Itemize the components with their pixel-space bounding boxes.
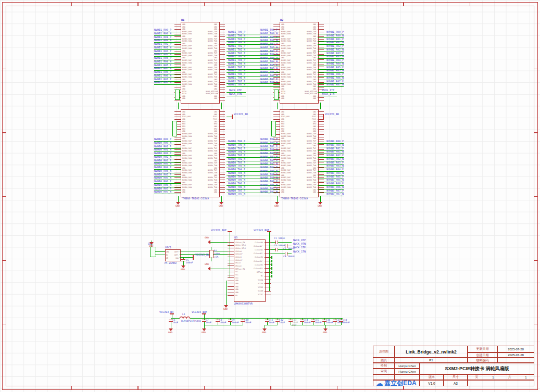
net-label[interactable]: NVHB0_R06_P (154, 180, 171, 183)
net-label[interactable]: NVHB0_T03_P (228, 161, 245, 164)
net-label[interactable]: NVHB0_T01_N (255, 148, 278, 151)
net-label[interactable]: NVHB1_T00_P (255, 29, 278, 31)
net-label[interactable]: NVHB1_T07_P (228, 80, 245, 83)
net-label[interactable]: NVHB0_R07_P (326, 189, 344, 192)
net-label[interactable]: NVHB1_R01_P (326, 38, 344, 41)
port-symbol[interactable] (172, 121, 177, 136)
net-label[interactable]: NVHB1_R06_P (326, 73, 344, 75)
net-label[interactable]: NVHB1_R06_P (154, 71, 171, 73)
net-label[interactable]: NVHB0_T00_P (255, 138, 278, 141)
capacitor[interactable] (275, 241, 276, 244)
net-label[interactable]: NVHB1_R00_N (326, 34, 344, 37)
net-label[interactable]: NVHB1_R03_P (326, 52, 344, 55)
net-label[interactable]: NVHB1_R07_N (154, 81, 171, 84)
net-label[interactable]: NVHB1_R05_N (154, 67, 171, 70)
net-label[interactable]: NVHB0_T04_P (255, 166, 278, 169)
net-label[interactable]: NVHB1_R07_P (154, 78, 171, 81)
net-label[interactable]: NVHB0_R05_N (326, 179, 344, 181)
net-label[interactable]: NVHB1_R02_P (326, 45, 344, 47)
net-label[interactable]: NVHB0_R04_N (326, 172, 344, 174)
net-label[interactable]: NVCK_1TN (293, 250, 306, 253)
net-label[interactable]: NVHB1_T03_P (228, 52, 245, 55)
net-label[interactable]: NVHB0_T06_P (228, 182, 245, 185)
net-label[interactable]: NVHB1_T05_N (255, 67, 278, 70)
net-label[interactable]: NVHB1_T06_P (255, 71, 278, 73)
net-label[interactable]: NVHB0_T07_P (228, 189, 245, 192)
net-label[interactable]: NVHB0_T01_P (228, 147, 245, 150)
net-label[interactable]: NVHB1_R00_P (154, 29, 171, 31)
schematic-sheet[interactable]: U1GNDGNDGNDNVHB1_R0PNVHB1_R0NGNDNVHB1_R0… (0, 0, 540, 392)
net-label[interactable]: NVHB1_T04_P (228, 59, 245, 61)
net-label[interactable]: NVHB0_T01_N (228, 150, 245, 153)
net-label[interactable]: NVHB0_T02_P (228, 154, 245, 157)
net-label[interactable]: NVHB1_T04_N (228, 62, 245, 65)
resistor-symbol[interactable] (209, 250, 214, 258)
net-label[interactable]: NVHB0_R01_P (154, 145, 171, 148)
schematic-name-cell[interactable]: Link_Bridge_v2_nvlink2 (395, 346, 468, 358)
net-label[interactable]: NVHB0_R03_P (326, 161, 344, 164)
net-label[interactable]: NVHB0_T03_N (255, 162, 278, 165)
net-label[interactable]: NVHB1_R07_P (326, 80, 344, 83)
net-label[interactable]: NVHB1_R03_N (154, 53, 171, 56)
net-label[interactable]: NVHB0_R06_N (326, 186, 344, 188)
net-label[interactable]: NVHB1_R07_N (326, 83, 344, 86)
net-label[interactable]: NVCK_1TN (322, 93, 334, 95)
net-label[interactable]: NVHB1_T06_N (228, 77, 245, 79)
net-label[interactable]: NVHB1_R04_N (326, 62, 344, 65)
net-label-power[interactable]: VCC3V3_BUF (211, 229, 227, 232)
net-label[interactable]: NVHB1_R05_P (154, 64, 171, 67)
power-flag[interactable] (232, 115, 233, 119)
net-label[interactable]: NVHB0_T07_N (255, 191, 278, 193)
net-label[interactable]: NVHB1_T02_P (255, 43, 278, 45)
net-label[interactable]: NVHB0_T04_N (228, 172, 245, 174)
net-label[interactable]: NVHB1_R04_P (326, 59, 344, 61)
net-label[interactable]: NVHB0_T06_N (255, 184, 278, 186)
capacitor[interactable] (181, 259, 185, 260)
net-label[interactable]: NVHB0_T05_P (228, 175, 245, 178)
net-label[interactable]: NVHB0_R04_N (154, 170, 171, 172)
net-label[interactable]: NVHB1_R03_N (326, 55, 344, 58)
net-label[interactable]: NVHB1_R01_P (154, 36, 171, 39)
net-label[interactable]: NVHB1_T02_N (228, 48, 245, 51)
gnd-symbol[interactable] (208, 267, 210, 271)
net-label[interactable]: NVHB0_T02_N (255, 156, 278, 158)
net-label[interactable]: NVHB1_T07_N (255, 81, 278, 84)
net-label[interactable]: NVHB1_T05_N (228, 69, 245, 72)
net-label[interactable]: NVCK_0TP (229, 89, 242, 92)
net-label[interactable]: NVHB0_R04_P (326, 168, 344, 171)
capacitor[interactable] (275, 248, 276, 251)
net-label[interactable]: NVHB1_T01_N (228, 41, 245, 44)
net-label[interactable]: NVHB0_T00_N (228, 144, 245, 146)
port-symbol[interactable] (274, 90, 279, 100)
net-label[interactable]: NVHB0_T02_N (228, 158, 245, 160)
net-label[interactable]: NVHB1_R04_N (154, 60, 171, 63)
net-label[interactable]: NVHB1_T00_P (228, 31, 245, 33)
net-label[interactable]: NVHB1_R02_N (326, 48, 344, 51)
net-label[interactable]: NVHB1_T05_P (228, 66, 245, 69)
net-label[interactable]: NVHB1_R04_P (154, 57, 171, 59)
net-label[interactable]: NVHB0_R02_P (154, 152, 171, 155)
net-label[interactable]: NVHB0_R02_N (326, 158, 344, 160)
net-label[interactable]: NVHB0_R00_N (154, 142, 171, 144)
net-label[interactable]: NVHB0_R00_P (154, 138, 171, 141)
header-symbol[interactable] (150, 247, 156, 257)
net-label[interactable]: NVHB0_T04_N (255, 170, 278, 172)
net-label[interactable]: NVHB1_T00_N (255, 32, 278, 35)
net-label[interactable]: NVHB0_R05_P (154, 173, 171, 176)
net-label[interactable]: NVHB0_R06_P (326, 182, 344, 185)
net-label[interactable]: NVHB0_R06_N (154, 184, 171, 186)
net-label-power[interactable]: VCC3V3_BUF (192, 311, 207, 313)
net-label[interactable]: NVHB0_T05_P (255, 173, 278, 176)
net-label[interactable]: NVHB1_T04_P (255, 57, 278, 59)
net-label[interactable]: NVHB0_R05_N (154, 176, 171, 179)
net-label[interactable]: NVCK_0TN (293, 243, 306, 245)
net-label[interactable]: NVHB0_R01_N (154, 148, 171, 151)
net-label[interactable]: NVHB1_R00_N (154, 32, 171, 35)
net-label[interactable]: NVHB0_R00_N (326, 144, 344, 146)
net-label[interactable]: NVHB1_R06_N (154, 74, 171, 77)
net-label[interactable]: NVHB0_R01_P (326, 147, 344, 150)
net-label[interactable]: NVHB1_T05_P (255, 64, 278, 67)
net-label[interactable]: NVHB1_T06_P (228, 73, 245, 75)
net-label[interactable]: NVCK_0TN (229, 93, 242, 95)
net-label[interactable]: NVCK_0TP (293, 239, 306, 242)
